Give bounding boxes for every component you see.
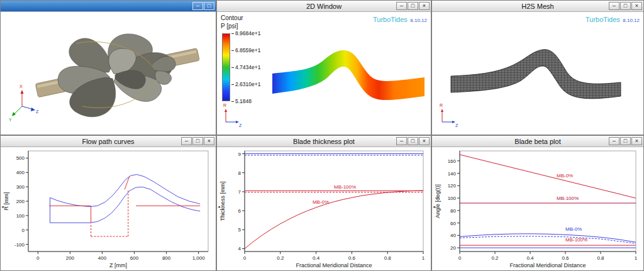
svg-text:9: 9 — [238, 152, 242, 157]
minimize-icon[interactable]: – — [396, 137, 407, 145]
svg-text:600: 600 — [130, 255, 139, 261]
axis-r-label: R — [440, 103, 443, 108]
workspace: – □ — [0, 0, 644, 271]
flowpath-chart: 02004006008001,000-1000100200300400500Z … — [1, 147, 216, 270]
legend-heading: Contour — [221, 14, 275, 22]
panel-mesh: H2S Mesh – □ × TurboTides 8.10.12 — [431, 0, 644, 135]
axis-x-label: X — [19, 84, 23, 89]
svg-text:-100: -100 — [14, 242, 25, 248]
svg-text:0.6: 0.6 — [562, 255, 569, 261]
legend-quantity: P [psi] — [221, 22, 275, 30]
titlebar-beta[interactable]: Blade beta plot – □ × — [432, 136, 643, 147]
svg-text:140: 140 — [448, 171, 457, 177]
panel-thickness: Blade thickness plot – □ × ◄ 00.20.40.60… — [216, 135, 431, 271]
thickness-chart: 00.20.40.60.81456789MB-100%MB-0%Fraction… — [217, 147, 431, 270]
window-title: 2D Window — [306, 3, 341, 10]
watermark: TurboTides 8.10.12 — [586, 13, 640, 25]
minimize-icon[interactable]: – — [609, 137, 619, 145]
svg-text:Fractional Meridional Distance: Fractional Meridional Distance — [296, 262, 372, 268]
axis-r-label: R — [223, 103, 226, 108]
svg-text:4: 4 — [238, 246, 242, 252]
svg-text:1: 1 — [422, 255, 425, 261]
pane-collapse-icon[interactable]: ◄ — [217, 205, 221, 209]
titlebar-thickness[interactable]: Blade thickness plot – □ × — [217, 136, 431, 147]
contour-viewport[interactable]: TurboTides 8.10.12 — [217, 12, 431, 135]
version-text: 8.10.12 — [410, 18, 427, 23]
legend-tick: 2.6310e+1 — [231, 81, 260, 87]
legend-tick: 6.8559e+1 — [231, 47, 260, 53]
svg-text:400: 400 — [98, 255, 107, 261]
axis-z-label: Z — [36, 109, 39, 114]
h2s-mesh-band: R Z — [432, 12, 643, 135]
svg-text:Angle [deg(t)]: Angle [deg(t)] — [435, 184, 441, 218]
axis-triad-2d: R Z — [440, 103, 458, 128]
svg-text:0.8: 0.8 — [597, 255, 604, 261]
close-icon[interactable]: × — [631, 137, 642, 145]
svg-text:500: 500 — [16, 155, 25, 161]
maximize-icon[interactable]: □ — [620, 2, 631, 10]
panel-2d-window: 2D Window – □ × TurboTides 8.10.12 — [216, 0, 431, 135]
axis-y-label: Y — [9, 118, 12, 122]
svg-text:0: 0 — [243, 255, 247, 261]
mesh-viewport[interactable]: TurboTides 8.10.12 R Z — [432, 12, 643, 135]
panel-flowpath: Flow path curves – □ × ◄ 02004006008001,… — [0, 135, 216, 271]
legend-tick: 8.9684e+1 — [231, 30, 260, 36]
svg-text:Fractional Meridional Distance: Fractional Meridional Distance — [509, 262, 586, 268]
svg-text:0: 0 — [36, 255, 40, 261]
axis-triad-2d: R Z — [223, 103, 242, 128]
close-icon[interactable]: × — [419, 137, 430, 145]
axis-z-label: Z — [239, 123, 242, 128]
svg-text:Thickness [mm]: Thickness [mm] — [219, 181, 226, 221]
window-title: H2S Mesh — [521, 3, 553, 10]
impeller-blades — [58, 34, 175, 117]
titlebar-mesh[interactable]: H2S Mesh – □ × — [432, 1, 643, 12]
titlebar-3d-view[interactable]: – □ — [1, 1, 216, 12]
minimize-icon[interactable]: – — [396, 2, 407, 10]
maximize-icon[interactable]: □ — [204, 2, 214, 10]
svg-text:1: 1 — [635, 255, 638, 261]
close-icon[interactable]: × — [204, 137, 214, 145]
3d-viewport[interactable]: X Y Z — [1, 12, 216, 135]
svg-text:0: 0 — [22, 228, 25, 233]
svg-text:400: 400 — [16, 170, 25, 175]
close-icon[interactable]: × — [419, 2, 430, 10]
svg-text:MB-0%: MB-0% — [565, 226, 582, 232]
beta-plot-area[interactable]: ◄ 00.20.40.60.8120406080100120140160MB-0… — [432, 147, 643, 271]
svg-text:160: 160 — [448, 158, 457, 164]
impeller-3d-model: X Y Z — [1, 12, 216, 135]
pane-collapse-icon[interactable]: ◄ — [1, 205, 4, 209]
svg-text:20: 20 — [450, 245, 456, 251]
pane-collapse-icon[interactable]: ◄ — [432, 205, 436, 209]
panel-3d-view: – □ — [0, 0, 216, 135]
window-title: Blade thickness plot — [293, 138, 355, 145]
minimize-icon[interactable]: – — [192, 2, 203, 10]
thickness-plot-area[interactable]: ◄ 00.20.40.60.81456789MB-100%MB-0%Fracti… — [217, 147, 431, 271]
brand-text: TurboTides — [586, 16, 620, 23]
flowpath-plot-area[interactable]: ◄ 02004006008001,000-1000100200300400500… — [1, 147, 216, 271]
svg-text:120: 120 — [448, 183, 457, 189]
svg-text:5: 5 — [238, 227, 242, 233]
svg-text:100: 100 — [448, 196, 457, 201]
minimize-icon[interactable]: – — [609, 2, 619, 10]
axis-triad-3d: X Y Z — [9, 84, 39, 122]
minimize-icon[interactable]: – — [181, 137, 192, 145]
svg-text:200: 200 — [16, 199, 25, 204]
window-title: Flow path curves — [82, 138, 134, 145]
close-icon[interactable]: × — [631, 2, 642, 10]
watermark: TurboTides 8.10.12 — [373, 13, 427, 25]
svg-text:0.2: 0.2 — [491, 255, 499, 261]
maximize-icon[interactable]: □ — [192, 137, 203, 145]
legend-tick: 4.7434e+1 — [231, 64, 260, 70]
svg-text:8: 8 — [238, 170, 242, 176]
maximize-icon[interactable]: □ — [408, 2, 418, 10]
titlebar-2d-window[interactable]: 2D Window – □ × — [217, 1, 431, 12]
axis-z-label: Z — [455, 123, 458, 128]
svg-text:Z [mm]: Z [mm] — [109, 262, 127, 268]
titlebar-flowpath[interactable]: Flow path curves – □ × — [1, 136, 216, 147]
svg-text:300: 300 — [16, 184, 25, 190]
svg-text:7: 7 — [238, 189, 242, 195]
svg-text:MB-0%: MB-0% — [313, 199, 329, 205]
maximize-icon[interactable]: □ — [408, 137, 418, 145]
svg-text:0.8: 0.8 — [384, 255, 392, 261]
maximize-icon[interactable]: □ — [620, 137, 631, 145]
